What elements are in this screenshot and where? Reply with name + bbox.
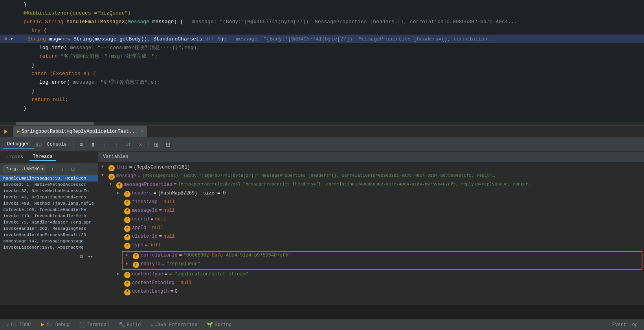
status-spring[interactable]: 🌱 Spring [204,322,235,328]
frame-item[interactable]: invoke:43, DelegatingMethodAcces [0,194,98,200]
tab-frames[interactable]: Frames [3,154,26,161]
view-button[interactable]: ⊞ [151,139,162,150]
frame-item[interactable]: invoke:75, HandlerAdapter (org.spr [0,219,98,226]
frame-item[interactable]: invokeHandlerAndProcessResult:20 [0,232,98,238]
stop-button[interactable]: × [135,139,146,150]
frames-panel: Frames Threads *org...UNNING ▼ ↑ ↓ ⊟ + h… [0,152,98,305]
debugger-toolbar: Debugger Console ≡ ⬆ ↓ ↑ ↺ × ⊞ ⊟ [0,138,644,152]
frame-filter-button[interactable]: ⊟ [68,165,77,173]
status-event-log[interactable]: Event Log [609,322,641,328]
var-icon-correlationid: f [133,253,139,259]
frame-item[interactable]: invoke:498, Method (java.lang.refle [0,200,98,207]
expand-messageprops[interactable]: ▼ [109,182,115,186]
tab-bar: ▶ SpringbootRabbitmqReplyApplicationTest… [0,126,644,138]
restore-button[interactable]: ⬆ [88,139,99,150]
status-build[interactable]: 🔨 Build [116,322,144,328]
status-todo[interactable]: ✓ 6: TODO [3,322,34,328]
var-correlationid[interactable]: ▶ f correlationId = "00866302-0a7c-40c4-… [123,252,642,260]
var-icon-appid: f [124,226,130,232]
variables-header: Variables [98,152,644,162]
var-value-contentencoding: null [180,280,192,286]
status-java-enterprise[interactable]: ☕ Java Enterprise [147,322,200,328]
var-value-correlationid: "00866302-0a7c-40c4-91d4-b97596407cf5" [183,253,291,258]
var-icon-timestamp: f [124,200,130,206]
code-editor: } @RabbitListener(queues ="bizQueue") pu… [0,0,644,126]
highlight-box: ▶ f correlationId = "00866302-0a7c-40c4-… [122,251,642,270]
copy-area: ⧉ 👓 [0,251,98,262]
status-debug[interactable]: 5: Debug [37,322,73,328]
frame-down-button[interactable]: ↓ [58,165,67,173]
rerun-button[interactable]: ↺ [123,139,134,150]
frame-filter-dropdown[interactable]: *org...UNNING ▼ [3,165,46,172]
tab-debugger[interactable]: Debugger [3,140,34,149]
frame-item[interactable]: invoke:62, NativeMethodAccessorIn [0,188,98,194]
active-tab[interactable]: ▶ SpringbootRabbitmqReplyApplicationTest… [13,126,147,137]
tab-close-button[interactable]: × [141,129,143,134]
code-line: log .error( message: "处理业务消息失败",e); [0,78,644,86]
var-name-message: message [116,173,136,179]
var-contenttype[interactable]: ▶ f contentType = = "application/octet-s… [98,271,644,279]
frame-up-button[interactable]: ↑ [48,165,57,173]
step-over-button[interactable]: ↓ [99,139,110,150]
var-message[interactable]: ▼ p message = {Message@7262} "(Body:'[B@… [98,172,644,181]
var-appid[interactable]: f appId = null [98,224,644,233]
java-enterprise-icon: ☕ [150,322,153,328]
var-icon-this: p [108,165,115,171]
var-value-contenttype: = "application/octet-stream" [169,271,248,277]
layout-button[interactable]: ⊟ [163,139,174,150]
var-userid[interactable]: f userId = null [98,216,644,224]
var-value-timestamp: null [163,199,175,205]
settings-button[interactable]: ≡ [76,139,87,150]
frame-add-button[interactable]: + [79,165,87,173]
dropdown-arrow: ▼ [41,167,44,171]
var-type[interactable]: f type = null [98,242,644,250]
frame-item[interactable]: invokeHandler:262, MessagingMess [0,226,98,232]
var-icon-messageprops: f [116,182,123,189]
step-out-button[interactable]: ↑ [111,139,122,150]
variables-list: ▼ p this = {ReplyConsumer@7261} ▼ p mess… [98,162,644,305]
frame-item[interactable]: invoke0:-1, NativeMethodAccessor [0,182,98,188]
var-name-messageprops: messageProperties [124,182,172,187]
code-line: return "客户端响应消息："+msg+ "处理完成！"; [0,52,644,60]
glasses-button[interactable]: 👓 [86,252,95,261]
build-label: Build [127,322,141,328]
var-messageid[interactable]: f messageId = null [98,207,644,216]
var-clusterid[interactable]: f clusterId = null [98,233,644,242]
frame-item[interactable]: invokeListener:1670, AbstractMe [0,244,98,251]
todo-icon: ✓ [6,322,9,328]
expand-correlationid[interactable]: ▶ [126,253,131,257]
frame-item[interactable]: onMessage:147, MessagingMessage [0,238,98,244]
var-value-clusterid: null [163,234,175,239]
expand-this[interactable]: ▼ [101,165,107,169]
expand-headers[interactable]: ▶ [117,191,123,195]
var-messageprops[interactable]: ▼ f messageProperties = {MessageProperti… [98,181,644,190]
var-headers[interactable]: ▶ f headers = {HashMap@7269} size = 0 [98,190,644,198]
var-timestamp[interactable]: f timestamp = null [98,198,644,207]
var-contentlength[interactable]: f contentLength = 0 [98,288,644,297]
code-line: return null; [0,95,644,104]
var-contentencoding[interactable]: f contentEncoding = null [98,279,644,288]
tab-console[interactable]: Console [43,140,71,149]
var-value-this: {ReplyConsumer@7261} [134,165,190,170]
status-terminal[interactable]: ⬛ Terminal [76,322,113,328]
expand-contenttype[interactable]: ▶ [117,271,123,276]
var-value-messageprops: {MessageProperties@7266} "MessagePropert… [178,182,532,187]
scrollbar-thumb[interactable] [16,122,94,125]
var-this[interactable]: ▼ p this = {ReplyConsumer@7261} [98,164,644,172]
code-line: catch (Exception e) { [0,69,644,78]
horizontal-scrollbar[interactable] [0,122,644,125]
frame-item[interactable]: invoke:119, InvocableHandlerMeth [0,213,98,219]
frame-item[interactable]: handleEmailMessage3:33, ReplyCon [0,175,98,182]
toolbar-separator [73,141,73,148]
var-replyto[interactable]: ▶ f replyTo = "replyQueue" [123,260,642,269]
tab-threads[interactable]: Threads [29,153,55,161]
copy-button[interactable]: ⧉ [77,252,86,261]
expand-replyto[interactable]: ▶ [126,261,131,266]
expand-message[interactable]: ▼ [101,173,107,178]
tab-icon: ▶ [17,129,20,134]
frame-item[interactable]: doInvoke:169, InvocableHandlerMe [0,207,98,213]
debug-label: 5: Debug [47,322,70,328]
frame-filter-row: *org...UNNING ▼ ↑ ↓ ⊟ + [0,163,98,175]
code-line: log .info( message: "---consumer接收到消息---… [0,43,644,52]
code-line: try { [0,26,644,35]
